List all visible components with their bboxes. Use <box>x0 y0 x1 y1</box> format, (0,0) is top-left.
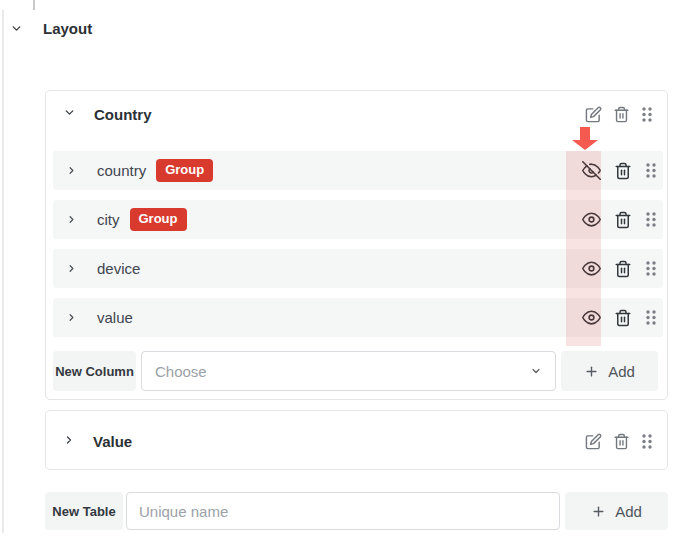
trash-icon[interactable] <box>614 211 632 229</box>
chevron-down-icon[interactable] <box>63 105 76 123</box>
drag-handle-icon[interactable] <box>645 309 657 326</box>
value-card: Value <box>45 410 668 470</box>
drag-handle-icon[interactable] <box>641 433 653 450</box>
edit-icon[interactable] <box>585 106 602 123</box>
column-type-select[interactable]: Choose <box>141 351 556 391</box>
chevron-down-icon[interactable] <box>10 22 23 35</box>
add-column-label: Add <box>608 363 635 380</box>
column-name: country <box>97 162 146 179</box>
eye-icon[interactable] <box>582 259 601 278</box>
eye-icon[interactable] <box>582 210 601 229</box>
column-row-value: value <box>53 298 663 337</box>
trash-icon[interactable] <box>613 433 630 450</box>
column-row-country: country Group <box>53 151 663 190</box>
eye-off-icon[interactable] <box>582 161 601 180</box>
country-card-title: Country <box>94 106 152 123</box>
table-name-input[interactable] <box>126 492 560 530</box>
value-card-header: Value <box>46 411 667 471</box>
column-name: city <box>97 211 120 228</box>
drag-handle-icon[interactable] <box>645 211 657 228</box>
group-badge: Group <box>156 159 213 182</box>
country-card-header: Country <box>46 91 667 137</box>
top-divider <box>33 0 35 10</box>
layout-section-title: Layout <box>43 20 92 37</box>
group-badge: Group <box>130 208 187 231</box>
new-column-label: New Column <box>53 351 136 391</box>
edit-icon[interactable] <box>585 433 602 450</box>
trash-icon[interactable] <box>614 162 632 180</box>
column-row-city: city Group <box>53 200 663 239</box>
plus-icon <box>591 504 606 519</box>
plus-icon <box>584 364 599 379</box>
left-divider <box>2 10 4 533</box>
chevron-right-icon[interactable] <box>66 214 77 225</box>
column-name: value <box>97 309 133 326</box>
column-name: device <box>97 260 140 277</box>
value-card-title: Value <box>93 433 132 450</box>
layout-settings-panel: Layout Country <box>0 0 679 555</box>
trash-icon[interactable] <box>614 260 632 278</box>
chevron-right-icon[interactable] <box>63 432 75 450</box>
eye-icon[interactable] <box>582 308 601 327</box>
chevron-right-icon[interactable] <box>66 263 77 274</box>
layout-section-header[interactable]: Layout <box>10 20 92 37</box>
chevron-right-icon[interactable] <box>66 312 77 323</box>
drag-handle-icon[interactable] <box>645 162 657 179</box>
drag-handle-icon[interactable] <box>645 260 657 277</box>
add-table-label: Add <box>615 503 642 520</box>
trash-icon[interactable] <box>614 309 632 327</box>
new-table-label: New Table <box>45 492 123 530</box>
country-card: Country country Grou <box>45 90 668 400</box>
chevron-down-icon <box>530 365 542 377</box>
select-placeholder: Choose <box>155 363 207 380</box>
add-table-button[interactable]: Add <box>565 492 668 530</box>
trash-icon[interactable] <box>613 106 630 123</box>
chevron-right-icon[interactable] <box>66 165 77 176</box>
add-column-button[interactable]: Add <box>561 351 658 391</box>
drag-handle-icon[interactable] <box>641 106 653 123</box>
column-row-device: device <box>53 249 663 288</box>
